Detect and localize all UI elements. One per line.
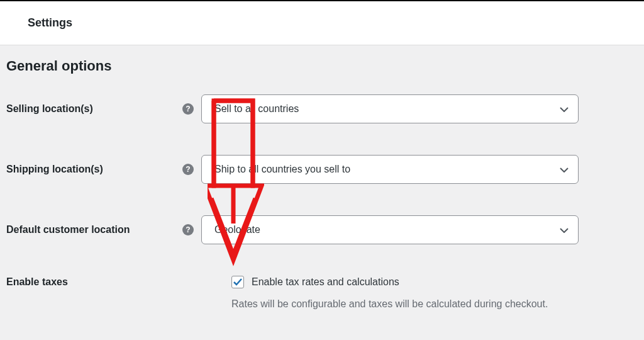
enable-taxes-row: Enable taxes Enable tax rates and calcul…	[6, 276, 638, 288]
selling-location-select-wrapper: Sell to all countries	[201, 94, 579, 123]
default-customer-location-label: Default customer location ?	[6, 224, 201, 235]
enable-taxes-checkbox[interactable]	[231, 276, 244, 288]
page-title: Settings	[28, 16, 616, 30]
enable-taxes-checkbox-label: Enable tax rates and calculations	[252, 276, 399, 288]
help-icon[interactable]: ?	[182, 103, 194, 115]
content-area: General options Selling location(s) ? Se…	[0, 45, 644, 322]
settings-header: Settings	[0, 0, 644, 45]
default-customer-location-value: Geolocate	[214, 224, 260, 235]
shipping-location-row: Shipping location(s) ? Ship to all count…	[6, 155, 638, 184]
enable-taxes-label-text: Enable taxes	[6, 276, 68, 288]
shipping-location-select-wrapper: Ship to all countries you sell to	[201, 155, 579, 184]
default-customer-location-row: Default customer location ? Geolocate	[6, 215, 638, 244]
selling-location-label: Selling location(s) ?	[6, 103, 201, 115]
checkmark-icon	[233, 278, 242, 286]
selling-location-label-text: Selling location(s)	[6, 103, 93, 115]
enable-taxes-help-text: Rates will be configurable and taxes wil…	[231, 298, 638, 310]
default-customer-location-select-wrapper: Geolocate	[201, 215, 579, 244]
section-heading: General options	[6, 58, 638, 74]
default-customer-location-select[interactable]: Geolocate	[201, 215, 579, 244]
selling-location-value: Sell to all countries	[214, 103, 299, 115]
help-icon[interactable]: ?	[182, 224, 194, 235]
shipping-location-value: Ship to all countries you sell to	[214, 164, 350, 175]
shipping-location-label-text: Shipping location(s)	[6, 164, 103, 175]
selling-location-row: Selling location(s) ? Sell to all countr…	[6, 94, 638, 123]
shipping-location-label: Shipping location(s) ?	[6, 164, 201, 175]
enable-taxes-checkbox-wrapper: Enable tax rates and calculations	[231, 276, 399, 288]
selling-location-select[interactable]: Sell to all countries	[201, 94, 579, 123]
enable-taxes-label: Enable taxes	[6, 276, 201, 288]
shipping-location-select[interactable]: Ship to all countries you sell to	[201, 155, 579, 184]
default-customer-location-label-text: Default customer location	[6, 224, 130, 235]
help-icon[interactable]: ?	[182, 164, 194, 175]
